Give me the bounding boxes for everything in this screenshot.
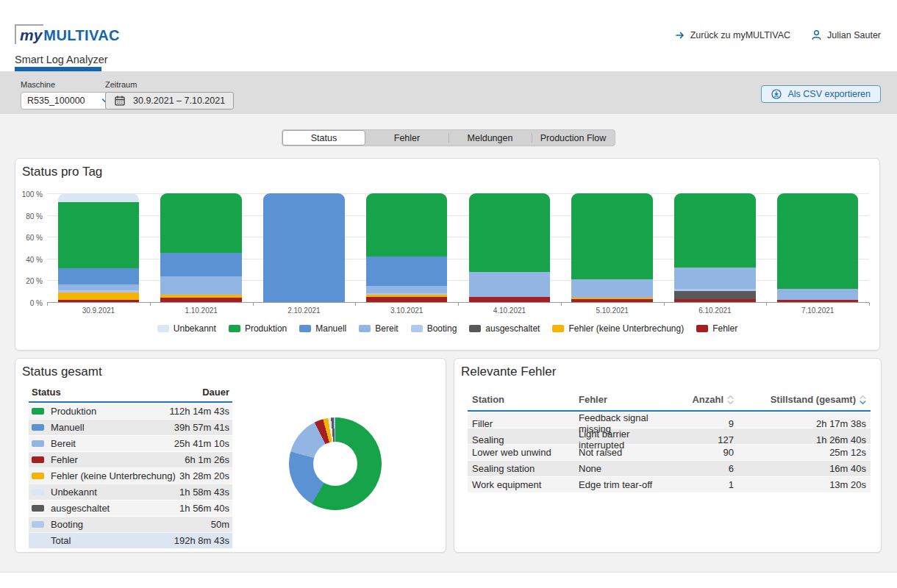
total-label: Total (51, 535, 174, 546)
logo-my-text: my (15, 24, 43, 44)
legend-label: Bereit (375, 323, 398, 334)
bar-slot (561, 193, 664, 302)
bar-segment-ausgeschaltet (674, 291, 755, 298)
status-table-header: Status Dauer (29, 385, 232, 403)
status-name: Booting (51, 519, 211, 530)
tab-production-flow[interactable]: Production Flow (532, 130, 615, 146)
bar-segment-bereit (160, 276, 241, 295)
status-color-chip (32, 505, 44, 512)
tab-status[interactable]: Status (282, 130, 365, 146)
status-color-chip (32, 521, 44, 528)
y-axis-labels: 100 %80 %60 %40 %20 %0 % (15, 193, 43, 302)
status-name: Bereit (51, 438, 174, 449)
error-count: 6 (657, 463, 734, 474)
y-tick-label: 100 % (22, 190, 43, 198)
status-name: Produktion (51, 406, 170, 417)
legend-item-produktion: Produktion (229, 323, 287, 334)
legend-item-unbekannt: Unbekannt (157, 323, 216, 334)
error-downtime: 16m 40s (734, 463, 866, 474)
x-axis-tick (561, 303, 562, 306)
bar-3-10-2021 (366, 193, 447, 302)
x-axis-tick (47, 303, 48, 306)
tab-meldungen[interactable]: Meldungen (448, 130, 532, 146)
status-donut-chart (289, 417, 382, 510)
bar-segment-fehler (469, 297, 550, 302)
filter-toolbar: Maschine R535_100000 Zeitraum 30.9.2021 … (0, 71, 897, 114)
status-table-body: Produktion112h 14m 43sManuell39h 57m 41s… (29, 404, 232, 532)
x-axis-tick (458, 303, 459, 306)
bar-segment-produktion (777, 193, 858, 289)
column-header-stillstand-gesamt[interactable]: Stillstand (gesamt) (734, 394, 866, 405)
bars-row (47, 193, 869, 302)
legend-label: Manuell (315, 323, 346, 334)
column-header-label: Anzahl (692, 394, 723, 405)
status-row-ausgeschaltet: ausgeschaltet1h 56m 40s (29, 501, 232, 516)
status-row-bereit: Bereit25h 41m 10s (29, 436, 232, 451)
period-field-group: Zeitraum 30.9.2021 – 7.10.2021 (105, 80, 234, 110)
legend-chip (299, 325, 311, 332)
tab-fehler[interactable]: Fehler (365, 130, 448, 146)
bar-segment-bereit (571, 279, 652, 298)
column-header-anzahl[interactable]: Anzahl (657, 394, 734, 405)
header-right: Zurück zu myMULTIVAC Julian Sauter (675, 29, 881, 40)
bar-segment-produktion (160, 193, 241, 253)
bar-slot (150, 193, 253, 302)
error-message: Not raised (579, 447, 657, 458)
user-menu[interactable]: Julian Sauter (811, 29, 881, 40)
bar-segment-manuell (160, 253, 241, 276)
x-axis-tick (664, 303, 665, 306)
error-station: Lower web unwind (472, 447, 579, 458)
bar-6-10-2021 (674, 193, 755, 302)
error-row-sealing: SealingLight barrier interrupted1271h 26… (468, 429, 871, 444)
legend-label: Booting (427, 323, 457, 334)
export-csv-button[interactable]: Als CSV exportieren (761, 85, 881, 103)
legend-chip (359, 325, 371, 332)
legend-chip (469, 325, 481, 332)
status-name: ausgeschaltet (51, 503, 179, 514)
legend-item-manuell: Manuell (299, 323, 346, 334)
bar-5-10-2021 (571, 193, 652, 302)
legend-item-fehler-keine-unterbrechung: Fehler (keine Unterbrechung) (552, 323, 684, 334)
bar-segment-produktion (674, 193, 755, 268)
status-name: Unbekannt (51, 487, 179, 498)
bar-slot (664, 193, 767, 302)
status-duration: 3h 28m 20s (179, 470, 229, 481)
x-tick-label: 30.9.2021 (47, 306, 150, 315)
column-header-dauer: Dauer (202, 387, 229, 398)
error-station: Sealing (472, 434, 579, 445)
bar-segment-produktion (469, 193, 550, 272)
bar-7-10-2021 (777, 193, 858, 302)
error-row-lower-web-unwind: Lower web unwindNot raised9025m 12s (468, 445, 871, 460)
legend-item-bereit: Bereit (359, 323, 398, 334)
error-station: Work equipment (472, 479, 579, 490)
sort-icon (860, 395, 866, 405)
error-row-filler: FillerFeedback signal missing92h 17m 38s (468, 412, 871, 428)
relevant-errors-card: Relevante Fehler StationFehlerAnzahlStil… (454, 358, 882, 553)
status-name: Fehler (keine Unterbrechung) (51, 470, 179, 481)
y-tick-label: 40 % (26, 256, 43, 264)
calendar-icon (114, 95, 126, 107)
x-tick-label: 5.10.2021 (561, 306, 664, 315)
bar-segment-produktion (366, 193, 447, 257)
relevant-errors-title: Relevante Fehler (461, 365, 556, 379)
status-duration: 39h 57m 41s (174, 422, 229, 433)
status-row-manuell: Manuell39h 57m 41s (29, 420, 232, 435)
view-tabs: StatusFehlerMeldungenProduction Flow (282, 129, 615, 146)
bar-30-9-2021 (58, 193, 139, 302)
error-downtime: 13m 20s (734, 479, 866, 490)
machine-select[interactable]: R535_100000 (21, 92, 116, 110)
user-name-label: Julian Sauter (827, 30, 881, 40)
x-tick-label: 6.10.2021 (664, 306, 767, 315)
back-to-mymultivac-link[interactable]: Zurück zu myMULTIVAC (675, 30, 790, 40)
bar-segment-fehler-keine-unterbrechung (58, 293, 139, 300)
period-datepicker[interactable]: 30.9.2021 – 7.10.2021 (105, 92, 234, 110)
status-total-title: Status gesamt (22, 365, 102, 379)
machine-label: Maschine (21, 80, 116, 89)
app-tab-smart-log-analyzer[interactable]: Smart Log Analyzer (15, 54, 108, 65)
status-color-chip (32, 424, 44, 431)
status-color-chip (32, 489, 44, 495)
bar-segment-bereit (777, 289, 858, 300)
arrow-right-icon (675, 30, 685, 40)
bar-4-10-2021 (469, 193, 550, 302)
legend-label: Fehler (712, 323, 737, 334)
